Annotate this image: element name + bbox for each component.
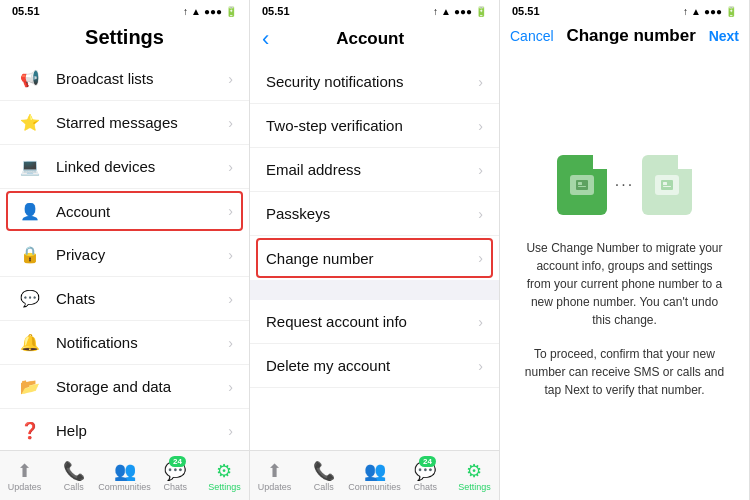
sim-chip-light [655,175,679,195]
menu-item-deleteaccount[interactable]: Delete my account › [250,344,499,388]
wifi-icon-2: ▲ [441,6,451,17]
tab-updates-2[interactable]: ⬆ Updates [250,455,299,498]
chevron-linked: › [228,159,233,175]
cancel-button[interactable]: Cancel [510,28,554,44]
tab-chats-2[interactable]: 💬 24 Chats [401,455,450,498]
chats-badge: 24 [169,456,186,467]
changenumber-title: Change number [566,26,695,46]
tab-communities-2[interactable]: 👥 Communities [348,455,401,498]
linked-icon: 💻 [16,153,44,181]
communities-tab-label: Communities [98,482,151,492]
time-1: 05.51 [12,5,40,17]
menu-item-passkeys[interactable]: Passkeys › [250,192,499,236]
updates-tab-icon: ⬆ [17,462,32,480]
calls-tab-label: Calls [64,482,84,492]
signal-icon: ●●● [204,6,222,17]
chevron-changenumber: › [478,250,483,266]
account-label: Account [56,203,228,220]
help-label: Help [56,422,228,439]
requestinfo-label: Request account info [266,313,478,330]
chevron-passkeys: › [478,206,483,222]
menu-item-starred[interactable]: ⭐ Starred messages › [0,101,249,145]
changenumber-header: Cancel Change number Next [500,22,749,54]
chats-badge-2: 24 [419,456,436,467]
communities-tab-icon-2: 👥 [364,462,386,480]
arrow-icon-3: ↑ [683,6,688,17]
sim-graphic: ··· [557,155,692,215]
panel-settings: 05.51 ↑ ▲ ●●● 🔋 Settings 📢 Broadcast lis… [0,0,250,500]
tab-calls-2[interactable]: 📞 Calls [299,455,348,498]
email-label: Email address [266,161,478,178]
panel-changenumber: 05.51 ↑ ▲ ●●● 🔋 Cancel Change number Nex… [500,0,750,500]
broadcast-label: Broadcast lists [56,70,228,87]
chevron-starred: › [228,115,233,131]
passkeys-label: Passkeys [266,205,478,222]
changenumber-description1: Use Change Number to migrate your accoun… [524,239,725,329]
menu-item-twostep[interactable]: Two-step verification › [250,104,499,148]
chevron-chats: › [228,291,233,307]
menu-item-requestinfo[interactable]: Request account info › [250,300,499,344]
menu-item-linked[interactable]: 💻 Linked devices › [0,145,249,189]
wifi-icon-3: ▲ [691,6,701,17]
chats-icon: 💬 [16,285,44,313]
chevron-privacy: › [228,247,233,263]
menu-item-notifications[interactable]: 🔔 Notifications › [0,321,249,365]
menu-item-chats[interactable]: 💬 Chats › [0,277,249,321]
menu-item-help[interactable]: ❓ Help › [0,409,249,450]
settings-header: Settings [0,22,249,57]
battery-icon-3: 🔋 [725,6,737,17]
privacy-label: Privacy [56,246,228,263]
broadcast-icon: 📢 [16,65,44,93]
chevron-security: › [478,74,483,90]
menu-item-account[interactable]: 👤 Account › [6,191,243,231]
dots-separator: ··· [615,176,634,194]
menu-item-changenumber[interactable]: Change number › [256,238,493,278]
chats-label: Chats [56,290,228,307]
signal-icon-3: ●●● [704,6,722,17]
arrow-icon-2: ↑ [433,6,438,17]
chevron-deleteaccount: › [478,358,483,374]
wifi-icon: ▲ [191,6,201,17]
status-bar-3: 05.51 ↑ ▲ ●●● 🔋 [500,0,749,22]
tab-updates-1[interactable]: ⬆ Updates [0,455,49,498]
updates-tab-icon-2: ⬆ [267,462,282,480]
menu-item-privacy[interactable]: 🔒 Privacy › [0,233,249,277]
privacy-icon: 🔒 [16,241,44,269]
settings-title: Settings [12,26,237,49]
tab-settings-2[interactable]: ⚙ Settings [450,455,499,498]
menu-item-broadcast[interactable]: 📢 Broadcast lists › [0,57,249,101]
settings-tab-label-2: Settings [458,482,491,492]
chevron-help: › [228,423,233,439]
twostep-label: Two-step verification [266,117,478,134]
tab-settings-1[interactable]: ⚙ Settings [200,455,249,498]
svg-rect-1 [578,182,582,185]
tab-chats-1[interactable]: 💬 24 Chats [151,455,200,498]
communities-tab-icon: 👥 [114,462,136,480]
settings-tab-label: Settings [208,482,241,492]
menu-item-security[interactable]: Security notifications › [250,60,499,104]
next-button[interactable]: Next [709,28,739,44]
svg-rect-3 [661,180,673,190]
status-bar-2: 05.51 ↑ ▲ ●●● 🔋 [250,0,499,22]
changenumber-label: Change number [266,250,478,267]
tab-communities-1[interactable]: 👥 Communities [98,455,151,498]
svg-rect-0 [576,180,588,190]
time-2: 05.51 [262,5,290,17]
svg-rect-2 [578,186,586,187]
sim-card-light [642,155,692,215]
account-menu: Security notifications › Two-step verifi… [250,60,499,450]
notifications-icon: 🔔 [16,329,44,357]
account-back-button[interactable]: ‹ [262,26,269,52]
status-bar-1: 05.51 ↑ ▲ ●●● 🔋 [0,0,249,22]
status-icons-1: ↑ ▲ ●●● 🔋 [183,6,237,17]
menu-item-email[interactable]: Email address › [250,148,499,192]
linked-label: Linked devices [56,158,228,175]
tab-calls-1[interactable]: 📞 Calls [49,455,98,498]
storage-icon: 📂 [16,373,44,401]
status-icons-3: ↑ ▲ ●●● 🔋 [683,6,737,17]
tab-bar-2: ⬆ Updates 📞 Calls 👥 Communities 💬 24 Cha… [250,450,499,500]
status-icons-2: ↑ ▲ ●●● 🔋 [433,6,487,17]
calls-tab-icon: 📞 [63,462,85,480]
menu-item-storage[interactable]: 📂 Storage and data › [0,365,249,409]
chevron-twostep: › [478,118,483,134]
